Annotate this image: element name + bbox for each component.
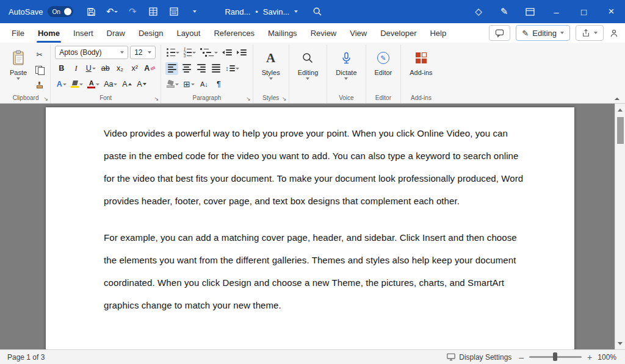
cut-button[interactable]: ✂ xyxy=(33,48,46,61)
comments-button[interactable] xyxy=(489,25,510,41)
decrease-indent-button[interactable] xyxy=(221,46,234,59)
vertical-scrollbar[interactable] xyxy=(615,104,625,349)
zoom-in-button[interactable]: + xyxy=(587,353,592,362)
editing-mode-dropdown[interactable]: ✎ Editing xyxy=(516,25,570,41)
zoom-out-button[interactable]: – xyxy=(519,353,524,362)
quick-access-toolbar: AutoSave On ↶ ↷ xyxy=(0,2,204,21)
close-button[interactable]: × xyxy=(598,0,625,23)
undo-icon: ↶ xyxy=(106,6,114,17)
word-window: AutoSave On ↶ ↷ xyxy=(0,0,625,364)
borders-button[interactable]: ⊞ xyxy=(182,78,196,91)
minimize-button[interactable]: – xyxy=(543,0,570,23)
zoom-level[interactable]: 100% xyxy=(598,353,616,362)
chevron-down-icon xyxy=(120,51,124,54)
increase-indent-button[interactable] xyxy=(236,46,248,59)
tab-references[interactable]: References xyxy=(207,23,261,43)
change-case-button[interactable]: Aa xyxy=(103,78,118,91)
font-color-button[interactable]: A xyxy=(86,78,101,91)
document-paragraph[interactable]: For example, you can add a matching cove… xyxy=(104,226,524,316)
tab-help[interactable]: Help xyxy=(423,23,453,43)
superscript-button[interactable]: x² xyxy=(128,62,141,75)
search-button[interactable] xyxy=(309,4,326,20)
styles-dialog-launcher[interactable]: ↘ xyxy=(282,96,287,102)
tab-file[interactable]: File xyxy=(5,23,31,43)
document-title[interactable]: Rand... • Savin... xyxy=(225,7,298,16)
highlight-button[interactable] xyxy=(70,78,84,91)
justify-button[interactable] xyxy=(209,62,222,75)
share-button[interactable] xyxy=(576,25,604,41)
align-center-button[interactable] xyxy=(180,62,193,75)
presenter-button[interactable] xyxy=(609,29,619,38)
ribbon-options-button[interactable] xyxy=(517,0,543,23)
shading-bucket-icon xyxy=(167,80,175,88)
align-left-button[interactable] xyxy=(165,62,178,75)
document-paragraph[interactable]: Video provides a powerful way to help yo… xyxy=(104,122,524,212)
chevron-down-icon xyxy=(92,68,96,70)
maximize-button[interactable]: □ xyxy=(570,0,598,23)
tab-mailings[interactable]: Mailings xyxy=(261,23,304,43)
autosave-switch[interactable]: On xyxy=(48,6,73,17)
subscript-button[interactable]: x₂ xyxy=(114,62,126,75)
bullets-button[interactable] xyxy=(165,46,181,59)
autosave-toggle[interactable]: AutoSave On xyxy=(9,6,73,17)
redo-button[interactable]: ↷ xyxy=(123,2,142,21)
scrollbar-thumb[interactable] xyxy=(617,117,624,144)
strikethrough-button[interactable]: ab xyxy=(99,62,112,75)
page-indicator[interactable]: Page 1 of 3 xyxy=(0,353,45,362)
customize-toolbar-button[interactable] xyxy=(186,2,204,21)
sort-button[interactable]: A↓ xyxy=(198,78,211,91)
shading-button[interactable] xyxy=(165,78,180,91)
styles-button[interactable]: A Styles xyxy=(258,46,284,81)
document-page[interactable]: Video provides a powerful way to help yo… xyxy=(46,107,574,349)
font-name-combobox[interactable]: Aptos (Body) xyxy=(55,46,128,59)
numbering-button[interactable]: 123 xyxy=(182,46,198,59)
text-effects-button[interactable]: A xyxy=(55,78,68,91)
clear-formatting-button[interactable]: A xyxy=(143,62,156,75)
designer-button[interactable]: ◇ xyxy=(466,0,491,23)
tab-layout[interactable]: Layout xyxy=(170,23,207,43)
editing-group: Editing xyxy=(289,45,328,103)
paragraph-dialog-launcher[interactable]: ↘ xyxy=(246,96,251,102)
tab-view[interactable]: View xyxy=(343,23,374,43)
format-painter-button[interactable] xyxy=(33,79,46,91)
clipboard-dialog-launcher[interactable]: ↘ xyxy=(44,96,49,102)
tab-insert[interactable]: Insert xyxy=(67,23,100,43)
italic-button[interactable]: I xyxy=(70,62,82,75)
display-settings-button[interactable]: Display Settings xyxy=(447,353,511,362)
show-formatting-button[interactable]: ¶ xyxy=(212,78,225,91)
pages-button[interactable] xyxy=(165,2,183,21)
multilevel-list-button[interactable] xyxy=(199,46,219,59)
line-spacing-button[interactable]: ↕ xyxy=(224,62,240,75)
paste-button[interactable]: Paste xyxy=(5,46,31,91)
editor-button[interactable]: ✎ Editor xyxy=(370,46,397,78)
editing-button[interactable]: Editing xyxy=(294,46,323,81)
shrink-font-button[interactable]: A xyxy=(135,78,148,91)
zoom-slider-thumb[interactable] xyxy=(553,352,557,361)
table-grid-button[interactable] xyxy=(144,2,162,21)
grow-font-button[interactable]: A xyxy=(120,78,133,91)
collapse-ribbon-button[interactable] xyxy=(615,98,620,100)
bold-button[interactable]: B xyxy=(55,62,68,75)
voice-group: Dictate Voice xyxy=(327,45,366,103)
tab-developer[interactable]: Developer xyxy=(374,23,423,43)
scroll-down-button[interactable] xyxy=(615,338,625,348)
font-dialog-launcher[interactable]: ↘ xyxy=(154,96,159,102)
tab-draw[interactable]: Draw xyxy=(100,23,132,43)
draw-button[interactable]: ✎ xyxy=(491,0,517,23)
underline-button[interactable]: U xyxy=(84,62,97,75)
save-button[interactable] xyxy=(82,2,100,21)
tab-home[interactable]: Home xyxy=(31,23,67,43)
align-right-button[interactable] xyxy=(195,62,208,75)
table-grid-icon xyxy=(149,7,157,16)
dictate-button[interactable]: Dictate xyxy=(331,46,361,81)
chevron-down-icon xyxy=(79,84,83,85)
tab-review[interactable]: Review xyxy=(304,23,344,43)
scroll-up-button[interactable] xyxy=(615,105,625,115)
tab-design[interactable]: Design xyxy=(132,23,170,43)
font-size-combobox[interactable]: 12 xyxy=(130,46,156,59)
copy-button[interactable] xyxy=(33,63,46,76)
zoom-slider[interactable] xyxy=(529,356,582,358)
undo-button[interactable]: ↶ xyxy=(103,2,121,21)
addins-button[interactable]: Add-ins xyxy=(405,46,436,78)
editor-group: ✎ Editor Editor xyxy=(366,45,402,103)
